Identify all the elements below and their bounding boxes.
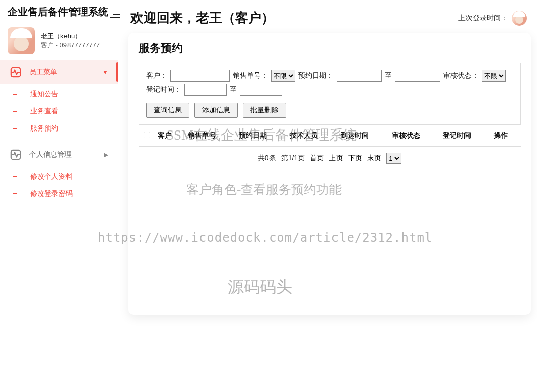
user-role-phone: 客户 - 09877777777 [41, 41, 100, 50]
menu-personal-section: 个人信息管理 ▶ 修改个人资料 修改登录密码 [0, 143, 118, 205]
register-time-label: 登记时间： [146, 85, 181, 94]
user-card: 老王（kehu） 客户 - 09877777777 [0, 23, 118, 60]
pagination-last[interactable]: 末页 [367, 154, 381, 163]
app-title-text: 企业售后备件管理系统 [8, 6, 108, 17]
pagination-page-select[interactable]: 1 [386, 153, 401, 164]
pagination-total: 共0条 [258, 154, 276, 163]
dash-icon [13, 176, 17, 177]
pagination-first[interactable]: 首页 [310, 154, 324, 163]
appoint-date-from-input[interactable] [337, 70, 382, 82]
pulse-icon [10, 67, 21, 78]
pagination-next[interactable]: 下页 [348, 154, 362, 163]
button-row: 查询信息 添加信息 批量删除 [146, 103, 513, 118]
sidebar-item-edit-profile[interactable]: 修改个人资料 [0, 168, 118, 185]
register-time-from-input[interactable] [184, 84, 227, 96]
sidebar-item-notice[interactable]: 通知公告 [0, 86, 118, 103]
col-register-time: 登记时间 [440, 125, 491, 147]
submenu-personal: 修改个人资料 修改登录密码 [0, 166, 118, 205]
user-display-name: 老王（kehu） [41, 32, 100, 41]
avatar-small[interactable] [512, 11, 527, 26]
pagination-prev[interactable]: 上页 [329, 154, 343, 163]
pagination: 共0条 第1/1页 首页 上页 下页 末页 1 [139, 147, 521, 170]
menu-personal-label: 个人信息管理 [29, 150, 104, 159]
batch-delete-button[interactable]: 批量删除 [243, 103, 286, 118]
menu-personal[interactable]: 个人信息管理 ▶ [0, 143, 118, 166]
col-audit-status: 审核状态 [389, 125, 440, 147]
query-button[interactable]: 查询信息 [146, 103, 189, 118]
sidebar: 企业售后备件管理系统 老王（kehu） 客户 - 09877777777 员工菜… [0, 0, 118, 392]
menu-employee-section: 员工菜单 ▼ 通知公告 业务查看 服务预约 [0, 60, 118, 139]
col-sales-order: 销售单号 [185, 125, 236, 147]
user-info: 老王（kehu） 客户 - 09877777777 [41, 32, 100, 50]
add-button[interactable]: 添加信息 [194, 103, 238, 118]
filter-box: 客户： 销售单号： 不限 预约日期： 至 审核状态： 不限 登记时间： [139, 63, 521, 124]
sidebar-item-label: 修改个人资料 [30, 172, 73, 181]
menu-employee-label: 员工菜单 [29, 68, 102, 77]
col-customer: 客户 [155, 125, 185, 147]
menu-employee[interactable]: 员工菜单 ▼ [0, 60, 118, 84]
sales-order-label: 销售单号： [233, 71, 268, 80]
filter-row: 客户： 销售单号： 不限 预约日期： 至 审核状态： 不限 登记时间： [146, 70, 513, 96]
audit-status-select[interactable]: 不限 [482, 70, 506, 82]
sidebar-item-label: 通知公告 [30, 90, 58, 99]
welcome-text: 欢迎回来，老王（客户） [130, 9, 275, 27]
col-arrival-time: 到达时间 [338, 125, 388, 147]
col-actions: 操作 [491, 125, 521, 147]
customer-input[interactable] [170, 70, 230, 82]
data-table: 客户 销售单号 预约日期 技术人员 到达时间 审核状态 登记时间 操作 [139, 124, 521, 147]
pulse-icon [10, 149, 21, 160]
last-login-label: 上次登录时间： [458, 14, 508, 23]
to-label-2: 至 [230, 85, 237, 94]
chevron-right-icon: ▶ [104, 151, 108, 158]
select-all-checkbox[interactable] [143, 132, 150, 139]
avatar [8, 27, 35, 54]
dash-icon [13, 128, 17, 129]
appoint-date-to-input[interactable] [395, 70, 440, 82]
last-login: 上次登录时间： [458, 11, 527, 26]
chevron-down-icon: ▼ [102, 69, 108, 76]
select-all-header [139, 125, 155, 147]
content-card: 服务预约 客户： 销售单号： 不限 预约日期： 至 审核状态： 不限 [128, 33, 531, 315]
main-content: 欢迎回来，老王（客户） 上次登录时间： 服务预约 客户： 销售单号： 不限 预约… [118, 0, 537, 392]
sidebar-item-change-password[interactable]: 修改登录密码 [0, 185, 118, 203]
sidebar-item-label: 服务预约 [30, 124, 58, 133]
menu-toggle-icon[interactable] [110, 14, 122, 20]
dash-icon [13, 94, 17, 95]
pagination-page: 第1/1页 [281, 154, 305, 163]
page-title: 服务预约 [139, 41, 521, 56]
appoint-date-label: 预约日期： [298, 71, 333, 80]
customer-label: 客户： [146, 71, 167, 80]
sales-order-select[interactable]: 不限 [271, 70, 295, 82]
submenu-employee: 通知公告 业务查看 服务预约 [0, 84, 118, 139]
col-technician: 技术人员 [287, 125, 338, 147]
audit-status-label: 审核状态： [443, 71, 479, 80]
sidebar-item-service-appointment[interactable]: 服务预约 [0, 120, 118, 137]
top-bar: 欢迎回来，老王（客户） 上次登录时间： [128, 0, 531, 33]
register-time-to-input[interactable] [240, 84, 282, 96]
sidebar-item-label: 修改登录密码 [30, 189, 73, 199]
app-title: 企业售后备件管理系统 [0, 0, 118, 23]
dash-icon [13, 111, 17, 112]
sidebar-item-label: 业务查看 [30, 107, 58, 116]
dash-icon [13, 193, 17, 194]
to-label: 至 [385, 71, 392, 80]
col-appoint-date: 预约日期 [236, 125, 287, 147]
sidebar-item-business[interactable]: 业务查看 [0, 103, 118, 120]
table-header-row: 客户 销售单号 预约日期 技术人员 到达时间 审核状态 登记时间 操作 [139, 125, 521, 147]
